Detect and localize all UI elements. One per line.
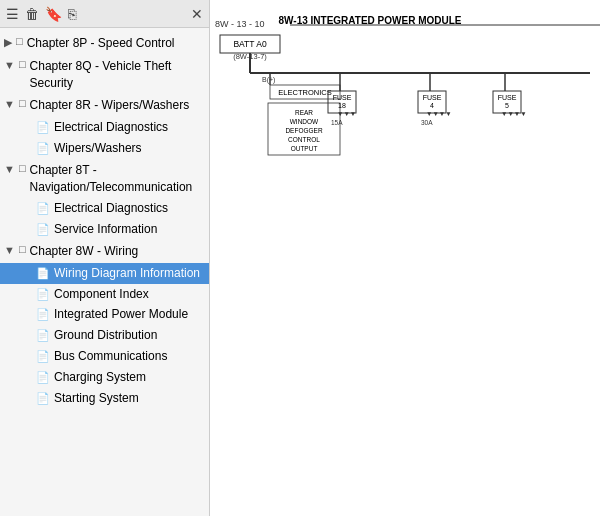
batt-label: BATT A0 — [233, 39, 267, 49]
sidebar-header-icons: ☰ 🗑 🔖 ⎘ — [6, 6, 76, 22]
sidebar-item-8w-ss[interactable]: 📄 Starting System — [0, 388, 209, 409]
sidebar-item-8w-wdi[interactable]: 📄 Wiring Diagram Information — [0, 263, 209, 284]
close-icon[interactable]: ✕ — [191, 6, 203, 22]
fuse1-amp2: 15A — [331, 119, 343, 126]
sidebar-item-8t-elec[interactable]: 📄 Electrical Diagnostics — [0, 198, 209, 219]
sidebar-label-8w-ci: Component Index — [54, 286, 205, 303]
sidebar-item-8w-ipm[interactable]: 📄 Integrated Power Module — [0, 304, 209, 325]
checkbox-8r: □ — [19, 97, 26, 109]
sidebar-item-8w-gd[interactable]: 📄 Ground Distribution — [0, 325, 209, 346]
diagram-container: 8W - 13 - 10 8W-13 INTEGRATED POWER MODU… — [210, 0, 600, 516]
sidebar-item-8w[interactable]: ▼ □ Chapter 8W - Wiring — [0, 240, 209, 263]
sidebar-label-8t-svc: Service Information — [54, 221, 205, 238]
checkbox-8t: □ — [19, 162, 26, 174]
doc-icon-8w-ss: 📄 — [36, 391, 50, 406]
expand-icon-8t: ▼ — [4, 163, 15, 175]
sidebar-label-8r-elec: Electrical Diagnostics — [54, 119, 205, 136]
doc-icon-8w-gd: 📄 — [36, 328, 50, 343]
sidebar-label-8w-bc: Bus Communications — [54, 348, 205, 365]
sidebar-label-8w: Chapter 8W - Wiring — [30, 243, 205, 260]
sidebar-label-8t: Chapter 8T - Navigation/Telecommunicatio… — [30, 162, 205, 196]
sidebar-label-8q: Chapter 8Q - Vehicle Theft Security — [30, 58, 205, 92]
fuse3-label: FUSE — [498, 94, 517, 101]
fuse1-val: 18 — [338, 102, 346, 109]
sidebar-header: ☰ 🗑 🔖 ⎘ ✕ — [0, 0, 209, 28]
expand-icon-8q: ▼ — [4, 59, 15, 71]
rear-window-label5: OUTPUT — [291, 145, 318, 152]
sidebar-item-8w-ci[interactable]: 📄 Component Index — [0, 284, 209, 305]
sidebar-item-8r[interactable]: ▼ □ Chapter 8R - Wipers/Washers — [0, 94, 209, 117]
sidebar-label-8w-ipm: Integrated Power Module — [54, 306, 205, 323]
sidebar-item-8q[interactable]: ▼ □ Chapter 8Q - Vehicle Theft Security — [0, 55, 209, 95]
doc-icon-8r-ww: 📄 — [36, 141, 50, 156]
sidebar-item-8p[interactable]: ▶ □ Chapter 8P - Speed Control — [0, 32, 209, 55]
fuse1-amp: ▼▼▼ — [337, 110, 356, 117]
list-icon[interactable]: ☰ — [6, 6, 19, 22]
fuse1-label: FUSE — [333, 94, 352, 101]
diagram-title: 8W-13 INTEGRATED POWER MODULE — [279, 15, 462, 26]
doc-icon-8w-bc: 📄 — [36, 349, 50, 364]
sidebar-label-8r: Chapter 8R - Wipers/Washers — [30, 97, 205, 114]
bookmark-icon[interactable]: 🔖 — [45, 6, 62, 22]
rear-window-label4: CONTROL — [288, 136, 320, 143]
sidebar-item-8w-cs[interactable]: 📄 Charging System — [0, 367, 209, 388]
checkbox-8w: □ — [19, 243, 26, 255]
sidebar-label-8t-elec: Electrical Diagnostics — [54, 200, 205, 217]
fuse2-val: 4 — [430, 102, 434, 109]
doc-icon-8w-wdi: 📄 — [36, 266, 50, 281]
main-content: 8W - 13 - 10 8W-13 INTEGRATED POWER MODU… — [210, 0, 600, 516]
checkbox-8p: □ — [16, 35, 23, 47]
trash-icon[interactable]: 🗑 — [25, 6, 39, 22]
sidebar-item-8r-ww[interactable]: 📄 Wipers/Washers — [0, 138, 209, 159]
sidebar-tree: ▶ □ Chapter 8P - Speed Control ▼ □ Chapt… — [0, 28, 209, 516]
expand-icon-8p: ▶ — [4, 36, 12, 49]
expand-icon-8w: ▼ — [4, 244, 15, 256]
electronics-label: ELECTRONICS — [278, 88, 331, 97]
fuse2-label: FUSE — [423, 94, 442, 101]
wiring-diagram: 8W - 13 - 10 8W-13 INTEGRATED POWER MODU… — [210, 0, 600, 516]
sidebar-item-8r-elec[interactable]: 📄 Electrical Diagnostics — [0, 117, 209, 138]
rear-window-label1: REAR — [295, 109, 313, 116]
sidebar-label-8w-wdi: Wiring Diagram Information — [54, 265, 205, 282]
sidebar-label-8p: Chapter 8P - Speed Control — [27, 35, 205, 52]
doc-icon-8t-svc: 📄 — [36, 222, 50, 237]
sidebar-label-8w-cs: Charging System — [54, 369, 205, 386]
doc-icon-8t-elec: 📄 — [36, 201, 50, 216]
sidebar-label-8w-ss: Starting System — [54, 390, 205, 407]
fuse2-amp2: 30A — [421, 119, 433, 126]
sidebar-item-8t-svc[interactable]: 📄 Service Information — [0, 219, 209, 240]
sidebar-item-8t[interactable]: ▼ □ Chapter 8T - Navigation/Telecommunic… — [0, 159, 209, 199]
doc-icon-8w-ipm: 📄 — [36, 307, 50, 322]
b-plus-label: B(+) — [262, 76, 275, 84]
page-ref: 8W - 13 - 10 — [215, 19, 265, 29]
expand-icon-8r: ▼ — [4, 98, 15, 110]
share-icon[interactable]: ⎘ — [68, 6, 76, 22]
fuse3-amp: ▼▼▼▼ 15A FUSE 5 ▼▼▼ 20A ▼▼ 14 ▼▼▼ 7 C10 … — [501, 110, 527, 117]
fuse3-val: 5 — [505, 102, 509, 109]
checkbox-8q: □ — [19, 58, 26, 70]
doc-icon-8w-cs: 📄 — [36, 370, 50, 385]
rear-window-label2: WINDOW — [290, 118, 319, 125]
rear-window-label3: DEFOGGER — [285, 127, 323, 134]
sidebar-label-8w-gd: Ground Distribution — [54, 327, 205, 344]
doc-icon-8w-ci: 📄 — [36, 287, 50, 302]
fuse2-amp: ▼▼▼▼ — [426, 110, 452, 117]
sidebar-item-8w-bc[interactable]: 📄 Bus Communications — [0, 346, 209, 367]
sidebar: ☰ 🗑 🔖 ⎘ ✕ ▶ □ Chapter 8P - Speed Control… — [0, 0, 210, 516]
sidebar-label-8r-ww: Wipers/Washers — [54, 140, 205, 157]
doc-icon-8r-elec: 📄 — [36, 120, 50, 135]
